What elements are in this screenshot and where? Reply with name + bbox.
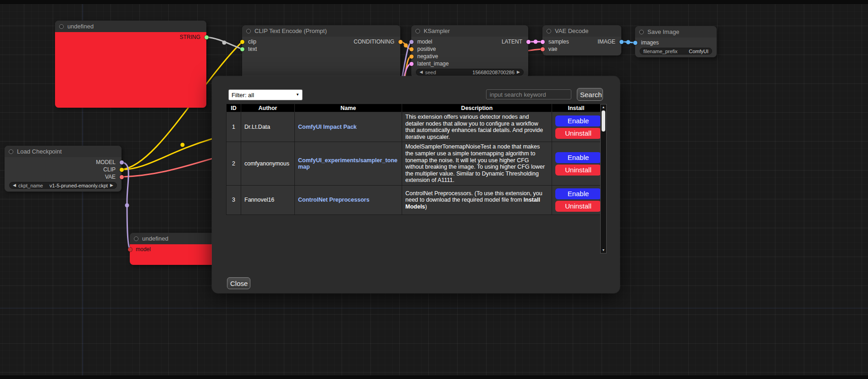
link-dot-conditioning[interactable] [404, 44, 408, 48]
extension-description: ModelSamplerTonemapNoiseTest a node that… [402, 142, 552, 186]
collapse-dot-icon[interactable] [9, 149, 13, 154]
input-slot-clip[interactable]: clip [242, 38, 256, 45]
node-header[interactable]: Load Checkpoint [5, 146, 122, 157]
node-header[interactable]: Save Image [635, 26, 717, 38]
extension-link[interactable]: ComfyUI Impact Pack [298, 124, 357, 130]
slot-dot-latent[interactable] [541, 40, 545, 44]
table-header-row: ID Author Name Description Install [227, 104, 601, 112]
input-slot-samples[interactable]: samples [542, 38, 569, 45]
widget-value: ComfyUI [689, 49, 708, 54]
collapse-dot-icon[interactable] [639, 30, 644, 34]
scrollbar-thumb[interactable] [602, 110, 605, 132]
table-scrollbar[interactable]: ▲ ▼ [600, 104, 607, 253]
node-header[interactable]: undefined [55, 21, 206, 32]
link-dot-clip[interactable] [181, 143, 185, 147]
output-slot-string[interactable]: STRING [180, 33, 206, 41]
widget-seed[interactable]: ◀ seed 156680208700286 ▶ [416, 69, 524, 76]
input-slot-model[interactable]: model [411, 38, 432, 45]
close-button[interactable]: Close [227, 277, 250, 289]
slot-dot-text[interactable] [240, 47, 244, 51]
output-slot-model[interactable]: MODEL [96, 159, 122, 166]
output-slot-clip[interactable]: CLIP [103, 166, 122, 173]
input-slot-vae[interactable]: vae [542, 45, 557, 53]
node-ksampler[interactable]: KSampler model LATENT positive [411, 25, 528, 78]
collapse-dot-icon[interactable] [59, 24, 64, 29]
enable-button[interactable]: Enable [555, 115, 601, 126]
column-header-description: Description [402, 104, 552, 112]
input-slot-model[interactable]: model [130, 246, 151, 253]
widget-filename-prefix[interactable]: filename_prefix ComfyUI [640, 48, 712, 55]
extension-link[interactable]: ControlNet Preprocessors [298, 197, 370, 203]
slot-label: VAE [105, 174, 116, 180]
increment-arrow-icon[interactable]: ▶ [110, 183, 113, 187]
uninstall-button[interactable]: Uninstall [555, 165, 601, 176]
link-dot-string[interactable] [222, 41, 227, 45]
link-dot-latent[interactable] [534, 40, 538, 44]
filter-select[interactable]: Filter: all [228, 89, 303, 100]
slot-label: latent_image [417, 60, 449, 67]
extension-link[interactable]: ComfyUI_experiments/sampler_tonemap [298, 157, 398, 170]
input-slot-negative[interactable]: negative [411, 53, 438, 60]
collapse-dot-icon[interactable] [134, 236, 138, 241]
decrement-arrow-icon[interactable]: ◀ [420, 70, 423, 74]
slot-dot-clip[interactable] [120, 168, 124, 172]
uninstall-button[interactable]: Uninstall [555, 128, 601, 139]
node-body: images filename_prefix ComfyUI [635, 38, 717, 55]
slot-label: STRING [180, 34, 200, 40]
slot-dot-vae[interactable] [541, 47, 545, 51]
slot-dot-image[interactable] [619, 40, 624, 44]
widget-name: seed [425, 70, 436, 75]
scroll-down-icon[interactable]: ▼ [601, 248, 606, 253]
node-header[interactable]: VAE Decode [542, 25, 621, 37]
slot-label: positive [417, 46, 436, 52]
output-slot-conditioning[interactable]: CONDITIONING [354, 38, 400, 45]
graph-canvas[interactable]: undefined STRING CLIP Text Encode (Promp… [0, 0, 868, 379]
search-input[interactable] [486, 89, 571, 99]
output-slot-image[interactable]: IMAGE [597, 38, 621, 45]
slot-dot-conditioning[interactable] [409, 55, 414, 59]
slot-dot-error[interactable] [128, 247, 132, 252]
input-slot-latent-image[interactable]: latent_image [411, 60, 449, 67]
column-header-id: ID [227, 104, 241, 112]
slot-dot-model[interactable] [409, 40, 414, 44]
slot-dot-clip[interactable] [240, 40, 244, 44]
collapse-dot-icon[interactable] [415, 29, 420, 33]
slot-dot-conditioning[interactable] [409, 47, 414, 51]
link-dot-model[interactable] [125, 203, 129, 208]
slot-dot-latent[interactable] [409, 62, 414, 66]
node-undefined-top[interactable]: undefined STRING [55, 21, 206, 108]
slot-dot-vae[interactable] [120, 175, 124, 179]
description-text: ModelSamplerTonemapNoiseTest a node that… [405, 143, 545, 183]
node-save-image[interactable]: Save Image images filename_prefix ComfyU… [635, 26, 717, 57]
slot-label: MODEL [96, 159, 116, 165]
widget-ckpt-name[interactable]: ◀ ckpt_name v1-5-pruned-emaonly.ckpt ▶ [9, 182, 117, 189]
node-title: undefined [142, 235, 168, 242]
search-button[interactable]: Search [577, 88, 603, 101]
collapse-dot-icon[interactable] [547, 29, 551, 33]
slot-dot-conditioning[interactable] [398, 40, 403, 44]
slot-dot-image[interactable] [633, 41, 637, 45]
enable-button[interactable]: Enable [555, 152, 601, 163]
input-slot-images[interactable]: images [635, 39, 659, 46]
link-dot-image[interactable] [626, 40, 630, 44]
node-load-checkpoint[interactable]: Load Checkpoint MODEL CLIP VAE [5, 146, 122, 192]
decrement-arrow-icon[interactable]: ◀ [13, 183, 16, 187]
node-vae-decode[interactable]: VAE Decode samples IMAGE vae [542, 25, 621, 55]
output-slot-latent[interactable]: LATENT [502, 38, 528, 45]
node-header[interactable]: CLIP Text Encode (Prompt) [242, 25, 400, 37]
column-header-name: Name [295, 104, 402, 112]
node-header[interactable]: KSampler [411, 25, 528, 37]
slot-label: text [248, 46, 257, 52]
enable-button[interactable]: Enable [555, 188, 601, 199]
input-slot-positive[interactable]: positive [411, 45, 436, 53]
output-slot-vae[interactable]: VAE [105, 173, 122, 181]
uninstall-button[interactable]: Uninstall [555, 201, 601, 212]
input-slot-text[interactable]: text [242, 45, 257, 53]
node-title: VAE Decode [555, 27, 588, 34]
scroll-up-icon[interactable]: ▲ [601, 105, 606, 110]
slot-dot-string[interactable] [205, 35, 209, 39]
slot-dot-latent[interactable] [526, 40, 531, 44]
increment-arrow-icon[interactable]: ▶ [517, 70, 520, 74]
collapse-dot-icon[interactable] [246, 29, 251, 33]
slot-dot-model[interactable] [120, 160, 124, 165]
